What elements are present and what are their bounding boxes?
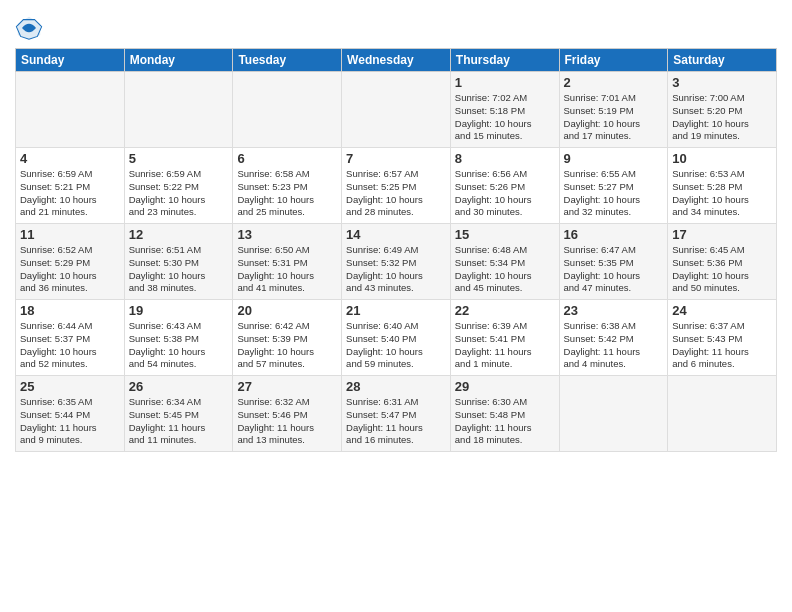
day-number: 22 bbox=[455, 303, 555, 318]
calendar-cell bbox=[342, 72, 451, 148]
calendar-cell: 21Sunrise: 6:40 AMSunset: 5:40 PMDayligh… bbox=[342, 300, 451, 376]
day-info: Sunrise: 6:35 AMSunset: 5:44 PMDaylight:… bbox=[20, 396, 120, 447]
calendar-cell bbox=[16, 72, 125, 148]
calendar-table: SundayMondayTuesdayWednesdayThursdayFrid… bbox=[15, 48, 777, 452]
calendar-cell: 3Sunrise: 7:00 AMSunset: 5:20 PMDaylight… bbox=[668, 72, 777, 148]
day-number: 21 bbox=[346, 303, 446, 318]
calendar-cell: 11Sunrise: 6:52 AMSunset: 5:29 PMDayligh… bbox=[16, 224, 125, 300]
day-number: 12 bbox=[129, 227, 229, 242]
calendar-cell: 1Sunrise: 7:02 AMSunset: 5:18 PMDaylight… bbox=[450, 72, 559, 148]
calendar-cell: 12Sunrise: 6:51 AMSunset: 5:30 PMDayligh… bbox=[124, 224, 233, 300]
calendar-cell: 19Sunrise: 6:43 AMSunset: 5:38 PMDayligh… bbox=[124, 300, 233, 376]
day-number: 15 bbox=[455, 227, 555, 242]
calendar-cell: 23Sunrise: 6:38 AMSunset: 5:42 PMDayligh… bbox=[559, 300, 668, 376]
day-info: Sunrise: 6:39 AMSunset: 5:41 PMDaylight:… bbox=[455, 320, 555, 371]
day-number: 9 bbox=[564, 151, 664, 166]
calendar-week-row: 18Sunrise: 6:44 AMSunset: 5:37 PMDayligh… bbox=[16, 300, 777, 376]
main-container: SundayMondayTuesdayWednesdayThursdayFrid… bbox=[0, 0, 792, 457]
calendar-header-row: SundayMondayTuesdayWednesdayThursdayFrid… bbox=[16, 49, 777, 72]
day-info: Sunrise: 6:59 AMSunset: 5:22 PMDaylight:… bbox=[129, 168, 229, 219]
day-header-sunday: Sunday bbox=[16, 49, 125, 72]
day-number: 20 bbox=[237, 303, 337, 318]
day-info: Sunrise: 6:49 AMSunset: 5:32 PMDaylight:… bbox=[346, 244, 446, 295]
day-info: Sunrise: 6:30 AMSunset: 5:48 PMDaylight:… bbox=[455, 396, 555, 447]
day-header-wednesday: Wednesday bbox=[342, 49, 451, 72]
day-info: Sunrise: 6:31 AMSunset: 5:47 PMDaylight:… bbox=[346, 396, 446, 447]
calendar-week-row: 4Sunrise: 6:59 AMSunset: 5:21 PMDaylight… bbox=[16, 148, 777, 224]
calendar-cell: 14Sunrise: 6:49 AMSunset: 5:32 PMDayligh… bbox=[342, 224, 451, 300]
day-number: 18 bbox=[20, 303, 120, 318]
day-number: 24 bbox=[672, 303, 772, 318]
day-header-monday: Monday bbox=[124, 49, 233, 72]
day-number: 23 bbox=[564, 303, 664, 318]
day-number: 16 bbox=[564, 227, 664, 242]
calendar-cell: 6Sunrise: 6:58 AMSunset: 5:23 PMDaylight… bbox=[233, 148, 342, 224]
day-number: 27 bbox=[237, 379, 337, 394]
calendar-week-row: 25Sunrise: 6:35 AMSunset: 5:44 PMDayligh… bbox=[16, 376, 777, 452]
day-header-friday: Friday bbox=[559, 49, 668, 72]
day-info: Sunrise: 6:48 AMSunset: 5:34 PMDaylight:… bbox=[455, 244, 555, 295]
day-number: 8 bbox=[455, 151, 555, 166]
day-info: Sunrise: 6:50 AMSunset: 5:31 PMDaylight:… bbox=[237, 244, 337, 295]
calendar-cell: 4Sunrise: 6:59 AMSunset: 5:21 PMDaylight… bbox=[16, 148, 125, 224]
day-number: 13 bbox=[237, 227, 337, 242]
day-info: Sunrise: 6:53 AMSunset: 5:28 PMDaylight:… bbox=[672, 168, 772, 219]
header-row bbox=[15, 10, 777, 42]
day-info: Sunrise: 7:02 AMSunset: 5:18 PMDaylight:… bbox=[455, 92, 555, 143]
day-number: 2 bbox=[564, 75, 664, 90]
day-info: Sunrise: 7:01 AMSunset: 5:19 PMDaylight:… bbox=[564, 92, 664, 143]
day-number: 19 bbox=[129, 303, 229, 318]
day-info: Sunrise: 6:58 AMSunset: 5:23 PMDaylight:… bbox=[237, 168, 337, 219]
day-number: 7 bbox=[346, 151, 446, 166]
day-header-saturday: Saturday bbox=[668, 49, 777, 72]
calendar-cell: 7Sunrise: 6:57 AMSunset: 5:25 PMDaylight… bbox=[342, 148, 451, 224]
calendar-cell bbox=[233, 72, 342, 148]
day-number: 5 bbox=[129, 151, 229, 166]
day-number: 29 bbox=[455, 379, 555, 394]
calendar-cell: 29Sunrise: 6:30 AMSunset: 5:48 PMDayligh… bbox=[450, 376, 559, 452]
day-number: 25 bbox=[20, 379, 120, 394]
calendar-cell: 18Sunrise: 6:44 AMSunset: 5:37 PMDayligh… bbox=[16, 300, 125, 376]
day-number: 3 bbox=[672, 75, 772, 90]
day-number: 26 bbox=[129, 379, 229, 394]
day-info: Sunrise: 6:34 AMSunset: 5:45 PMDaylight:… bbox=[129, 396, 229, 447]
day-info: Sunrise: 7:00 AMSunset: 5:20 PMDaylight:… bbox=[672, 92, 772, 143]
day-number: 1 bbox=[455, 75, 555, 90]
day-info: Sunrise: 6:51 AMSunset: 5:30 PMDaylight:… bbox=[129, 244, 229, 295]
day-number: 17 bbox=[672, 227, 772, 242]
calendar-cell: 20Sunrise: 6:42 AMSunset: 5:39 PMDayligh… bbox=[233, 300, 342, 376]
calendar-cell: 15Sunrise: 6:48 AMSunset: 5:34 PMDayligh… bbox=[450, 224, 559, 300]
day-info: Sunrise: 6:37 AMSunset: 5:43 PMDaylight:… bbox=[672, 320, 772, 371]
calendar-cell: 25Sunrise: 6:35 AMSunset: 5:44 PMDayligh… bbox=[16, 376, 125, 452]
day-info: Sunrise: 6:59 AMSunset: 5:21 PMDaylight:… bbox=[20, 168, 120, 219]
day-info: Sunrise: 6:43 AMSunset: 5:38 PMDaylight:… bbox=[129, 320, 229, 371]
day-info: Sunrise: 6:52 AMSunset: 5:29 PMDaylight:… bbox=[20, 244, 120, 295]
day-number: 6 bbox=[237, 151, 337, 166]
day-number: 11 bbox=[20, 227, 120, 242]
day-header-tuesday: Tuesday bbox=[233, 49, 342, 72]
calendar-cell bbox=[668, 376, 777, 452]
logo-icon bbox=[15, 14, 43, 42]
calendar-cell: 10Sunrise: 6:53 AMSunset: 5:28 PMDayligh… bbox=[668, 148, 777, 224]
calendar-cell: 8Sunrise: 6:56 AMSunset: 5:26 PMDaylight… bbox=[450, 148, 559, 224]
calendar-cell: 24Sunrise: 6:37 AMSunset: 5:43 PMDayligh… bbox=[668, 300, 777, 376]
calendar-week-row: 11Sunrise: 6:52 AMSunset: 5:29 PMDayligh… bbox=[16, 224, 777, 300]
day-info: Sunrise: 6:45 AMSunset: 5:36 PMDaylight:… bbox=[672, 244, 772, 295]
day-number: 28 bbox=[346, 379, 446, 394]
calendar-cell: 17Sunrise: 6:45 AMSunset: 5:36 PMDayligh… bbox=[668, 224, 777, 300]
day-number: 4 bbox=[20, 151, 120, 166]
calendar-cell: 9Sunrise: 6:55 AMSunset: 5:27 PMDaylight… bbox=[559, 148, 668, 224]
day-number: 10 bbox=[672, 151, 772, 166]
day-number: 14 bbox=[346, 227, 446, 242]
day-info: Sunrise: 6:32 AMSunset: 5:46 PMDaylight:… bbox=[237, 396, 337, 447]
calendar-cell: 2Sunrise: 7:01 AMSunset: 5:19 PMDaylight… bbox=[559, 72, 668, 148]
logo bbox=[15, 14, 45, 42]
day-header-thursday: Thursday bbox=[450, 49, 559, 72]
calendar-cell: 26Sunrise: 6:34 AMSunset: 5:45 PMDayligh… bbox=[124, 376, 233, 452]
calendar-cell: 16Sunrise: 6:47 AMSunset: 5:35 PMDayligh… bbox=[559, 224, 668, 300]
day-info: Sunrise: 6:42 AMSunset: 5:39 PMDaylight:… bbox=[237, 320, 337, 371]
calendar-cell: 27Sunrise: 6:32 AMSunset: 5:46 PMDayligh… bbox=[233, 376, 342, 452]
calendar-cell: 13Sunrise: 6:50 AMSunset: 5:31 PMDayligh… bbox=[233, 224, 342, 300]
day-info: Sunrise: 6:40 AMSunset: 5:40 PMDaylight:… bbox=[346, 320, 446, 371]
day-info: Sunrise: 6:55 AMSunset: 5:27 PMDaylight:… bbox=[564, 168, 664, 219]
